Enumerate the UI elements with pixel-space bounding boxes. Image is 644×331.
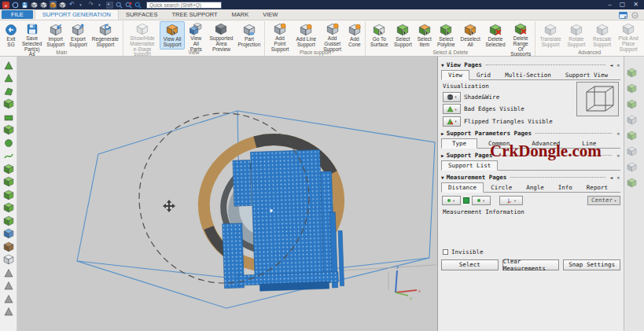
ribbon-button-select-polyline[interactable]: Select Polyline	[434, 21, 458, 50]
triangle-tool-icon-2[interactable]	[2, 72, 14, 84]
gray-triangle-tool-icon-1[interactable]	[2, 267, 14, 278]
tab-distance[interactable]: Distance	[441, 182, 484, 193]
tab-angle[interactable]: Angle	[519, 182, 551, 193]
ribbon-button-translate-support[interactable]: Translate Support	[537, 21, 564, 50]
cursor-cube-tool-icon[interactable]	[2, 124, 14, 136]
tab-multi-section[interactable]: Multi-Section	[498, 70, 558, 80]
redo-menu-caret-icon[interactable]: ▾	[97, 1, 104, 9]
minimize-button[interactable]: –	[608, 0, 611, 9]
ribbon-button-delete-range-of-supports[interactable]: Delete Range Of Supports	[508, 21, 533, 50]
ribbon-button-show-hide-materialise-e-stage-support[interactable]: Show/Hide Materialise e-Stage support	[125, 21, 160, 50]
measurement-pages-header[interactable]: ▼ Measurement Pages ◄ ✕	[441, 173, 620, 182]
ribbon-button-deselect-all[interactable]: Deselect All	[458, 21, 482, 50]
cubes-tool-icon[interactable]	[2, 176, 14, 188]
support-parameters-header[interactable]: ▶ Support Parameters Pages ✕	[441, 129, 620, 138]
strip-tool-icon-4[interactable]	[627, 115, 637, 125]
measure-color-swatch[interactable]	[463, 197, 469, 204]
ribbon-button-add-line-support[interactable]: Add Line Support	[293, 21, 319, 50]
screenshot-icon[interactable]	[106, 1, 113, 9]
ribbon-pin-icon[interactable]	[631, 8, 639, 22]
point-snap-dropdown-2[interactable]: ▾	[472, 196, 491, 205]
ribbon-button-exit-sg[interactable]: Exit SG	[2, 21, 20, 50]
tab-type[interactable]: Type	[441, 138, 477, 149]
close-icon[interactable]: ✕	[616, 62, 620, 68]
ribbon-button-add-cone[interactable]: Add Cone	[345, 21, 363, 50]
ribbon-button-import-support[interactable]: Import Support	[44, 21, 67, 50]
strip-tool-icon-5[interactable]	[627, 131, 637, 141]
tab-advanced[interactable]: Advanced	[521, 138, 571, 149]
tab-line[interactable]: Line	[571, 138, 607, 149]
orientation-cube-preview[interactable]	[576, 82, 619, 116]
ribbon-button-supported-area-preview[interactable]: Supported Area Preview	[207, 21, 235, 50]
tab-view[interactable]: View	[441, 70, 469, 80]
ribbon-button-export-support[interactable]: Export Support	[67, 21, 90, 50]
viewport-3d[interactable]: x y z	[17, 57, 437, 331]
select-button[interactable]: Select	[441, 259, 499, 270]
ribbon-button-view-all-parts[interactable]: View All Parts	[185, 21, 207, 50]
tab-circle[interactable]: Circle	[484, 182, 519, 193]
ribbon-button-add-gusset-support[interactable]: Add Gusset Support	[319, 21, 345, 50]
triangle-tool-icon-1[interactable]	[2, 59, 14, 71]
tab-support-list[interactable]: Support List	[441, 160, 498, 171]
part-scene-icon-3[interactable]	[59, 1, 66, 9]
ribbon-button-delete-selected[interactable]: Delete Selected	[483, 21, 508, 50]
shade-mode-dropdown[interactable]: ▾	[443, 92, 461, 102]
strip-tool-icon-6[interactable]	[627, 146, 637, 156]
support-pages-header[interactable]: ▶ Support Pages ✕	[441, 151, 620, 160]
ribbon-button-part-projection[interactable]: Part Projection	[235, 21, 263, 50]
slab-tool-icon[interactable]	[2, 111, 14, 123]
node-tool-icon[interactable]	[2, 137, 14, 149]
ribbon-button-pick-and-place-support[interactable]: Pick And Place Support	[615, 21, 642, 50]
tab-file[interactable]: FILE	[2, 10, 33, 19]
close-icon[interactable]: ✕	[616, 153, 620, 158]
blue-cube-tool-icon[interactable]	[2, 228, 14, 240]
zoom-part-icon[interactable]	[125, 1, 132, 9]
polygon-tool-icon[interactable]	[2, 85, 14, 97]
strip-tool-icon-3[interactable]	[627, 99, 637, 109]
part-scene-icon-1[interactable]	[31, 1, 38, 9]
close-icon[interactable]: ✕	[616, 175, 620, 180]
close-icon[interactable]: ✕	[616, 131, 620, 136]
ribbon-button-select-item[interactable]: Select Item	[415, 21, 435, 50]
part-scene-icon-2[interactable]	[40, 1, 47, 9]
zoom-in-icon[interactable]	[116, 1, 123, 9]
center-mode-dropdown[interactable]: Center ▾	[587, 196, 620, 205]
ribbon-button-go-to-surface[interactable]: Go To Surface	[367, 21, 391, 50]
app-logo-icon[interactable]: e	[2, 1, 9, 9]
cube-tool-icon-4[interactable]	[2, 215, 14, 226]
strip-tool-icon-7[interactable]	[627, 162, 637, 172]
redo-icon[interactable]: ↷	[87, 1, 94, 9]
undo-menu-caret-icon[interactable]: ▾	[78, 1, 85, 9]
ribbon-display-options-icon[interactable]	[619, 8, 627, 22]
cube-tool-icon-1[interactable]	[2, 98, 14, 110]
point-snap-dropdown[interactable]: ▾	[442, 196, 461, 205]
save-icon[interactable]	[21, 1, 28, 9]
cube-tool-icon-2[interactable]	[2, 189, 14, 200]
search-input[interactable]	[146, 2, 222, 9]
curve-tool-icon[interactable]	[2, 150, 14, 162]
ribbon-button-rotate-support[interactable]: Rotate Support	[564, 21, 589, 50]
cube-tool-icon-3[interactable]	[2, 202, 14, 214]
outline-cube-tool-icon[interactable]	[2, 254, 14, 266]
pencil-cube-tool-icon[interactable]	[2, 163, 14, 175]
tab-surfaces[interactable]: SURFACES	[119, 9, 164, 20]
flipped-triangles-dropdown[interactable]: ▾	[443, 116, 461, 127]
ribbon-button-regenerate-support[interactable]: Regenerate Support	[90, 21, 121, 50]
tab-report[interactable]: Report	[580, 182, 615, 193]
gray-triangle-tool-icon-2[interactable]	[2, 280, 14, 292]
tab-common[interactable]: Common	[477, 138, 521, 149]
tab-view[interactable]: VIEW	[256, 9, 285, 20]
tab-support-view[interactable]: Support View	[558, 70, 615, 80]
gray-triangle-tool-icon-4[interactable]	[2, 306, 14, 318]
ribbon-button-save-selected-part-s-as[interactable]: Save Selected Part(s) As	[20, 21, 44, 50]
tab-tree-support[interactable]: TREE SUPPORT	[164, 9, 224, 20]
active-part-icon[interactable]	[50, 1, 57, 9]
clear-measurements-button[interactable]: Clear Measurements	[502, 259, 560, 270]
view-pages-header[interactable]: ▼ View Pages ◄ ✕	[441, 61, 620, 69]
search-icon[interactable]	[134, 1, 142, 9]
gray-triangle-tool-icon-3[interactable]	[2, 292, 14, 304]
ribbon-button-view-all-support[interactable]: View All Support	[160, 21, 185, 50]
tab-grid[interactable]: Grid	[469, 70, 498, 80]
ribbon-button-select-support[interactable]: Select Support	[391, 21, 414, 50]
strip-tool-icon-8[interactable]	[627, 178, 637, 188]
